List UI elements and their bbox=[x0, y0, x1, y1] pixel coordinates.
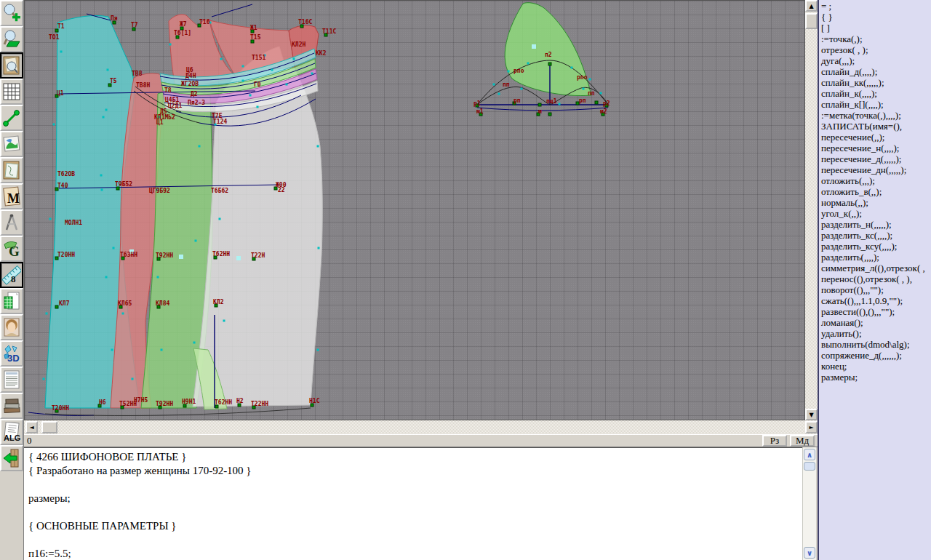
svg-text:Т22Н: Т22Н bbox=[251, 252, 265, 259]
scroll-down-button[interactable]: ▼ bbox=[805, 409, 818, 420]
grid-button[interactable] bbox=[0, 79, 23, 105]
sidebar-command[interactable]: разделить_ксу(,,,,); bbox=[821, 241, 931, 252]
editor-scroll-up-button[interactable]: ∧ bbox=[804, 449, 815, 460]
zoom-area-button[interactable] bbox=[0, 26, 23, 52]
md-mode-button[interactable]: Мд bbox=[790, 435, 815, 447]
sidebar-command[interactable]: симметрия_л((),отрезок( , bbox=[821, 263, 931, 273]
measure-segment-button[interactable] bbox=[0, 105, 23, 131]
sidebar-command[interactable]: перенос((),отрезок( , ), bbox=[821, 273, 931, 284]
sidebar-command[interactable]: пересечение_н(,,,,); bbox=[821, 143, 931, 153]
sidebar-command[interactable]: сплайн_к(,,,,); bbox=[821, 88, 931, 99]
svg-text:Т92НН: Т92НН bbox=[156, 401, 173, 407]
svg-text:м1: м1 bbox=[476, 108, 484, 115]
sidebar-command[interactable]: отложить_в(,,); bbox=[821, 186, 931, 197]
pattern-pieces[interactable] bbox=[45, 3, 591, 409]
algorithm-button[interactable]: ALG bbox=[0, 419, 23, 445]
sidebar-command[interactable]: угол_к(,,); bbox=[821, 208, 931, 219]
scroll-left-button[interactable]: ◄ bbox=[25, 421, 38, 433]
svg-text:Т11С: Т11С bbox=[322, 28, 336, 35]
sidebar-command[interactable]: нормаль(,,); bbox=[821, 197, 931, 208]
picture-icon bbox=[2, 134, 21, 154]
sidebar-command[interactable]: [ ] bbox=[821, 23, 931, 33]
pattern-canvas[interactable]: Т1ТО1ПяТ7Ж7Т6[1]Т16Ж1Т15Т16СТ11СТ151КЛ2Н… bbox=[25, 1, 804, 420]
sidebar-command[interactable]: :=точка(,); bbox=[821, 33, 931, 44]
sidebar-command[interactable]: сплайн_кк(,,,,,); bbox=[821, 77, 931, 88]
books-icon bbox=[2, 396, 21, 416]
canvas-hscrollbar[interactable]: ◄ ► bbox=[24, 420, 818, 434]
preview-button[interactable] bbox=[0, 52, 23, 79]
ruler-button[interactable]: 8 bbox=[0, 262, 23, 288]
sidebar-command[interactable]: пересечение_дн(,,,,,); bbox=[821, 164, 931, 175]
sidebar-command[interactable]: сопряжение_д(,,,,,,); bbox=[821, 350, 931, 361]
sidebar-command[interactable]: удалить(); bbox=[821, 328, 931, 339]
svg-text:Т16С: Т16С bbox=[298, 19, 312, 25]
svg-text:Ж1: Ж1 bbox=[250, 25, 257, 31]
svg-text:ТВ8Н: ТВ8Н bbox=[136, 82, 150, 89]
svg-text:Т92НН: Т92НН bbox=[156, 252, 173, 259]
editor-vscrollbar[interactable]: ∧ ∨ bbox=[802, 447, 816, 560]
sidebar-command[interactable]: поворот((),,,""); bbox=[821, 284, 931, 295]
sidebar-command[interactable]: сжать((),,,1.1,0.9,""); bbox=[821, 295, 931, 306]
sidebar-command[interactable]: сплайн_к[](,,,,); bbox=[821, 99, 931, 110]
editor-scroll-thumb[interactable] bbox=[804, 462, 815, 471]
sidebar-command[interactable]: = ; bbox=[821, 1, 931, 12]
scroll-up-button[interactable]: ▲ bbox=[805, 0, 818, 12]
canvas-vscrollbar[interactable]: ▲ ▼ bbox=[805, 0, 818, 420]
sidebar-command[interactable]: конец; bbox=[821, 361, 931, 372]
sidebar-command[interactable]: дуга(,,,); bbox=[821, 55, 931, 66]
canvas-pane: Т1ТО1ПяТ7Ж7Т6[1]Т16Ж1Т15Т16СТ11СТ151КЛ2Н… bbox=[24, 0, 805, 420]
editor-line: { ОСНОВНЫЕ ПАРАМЕТРЫ } bbox=[28, 519, 802, 533]
sidebar-command[interactable]: :=метка(точка(,),,,,); bbox=[821, 110, 931, 121]
hscroll-thumb[interactable] bbox=[41, 421, 57, 433]
size-table-button[interactable] bbox=[0, 288, 23, 314]
sidebar-command[interactable]: сплайн_д(,,,,); bbox=[821, 66, 931, 77]
editor-line: размеры; bbox=[28, 492, 802, 505]
zoom-in-button[interactable] bbox=[0, 0, 23, 26]
list-button[interactable] bbox=[0, 367, 23, 393]
sidebar-command[interactable]: отрезок( , ); bbox=[821, 44, 931, 55]
sidebar-command[interactable]: { } bbox=[821, 12, 931, 23]
svg-text:р1: р1 bbox=[474, 100, 481, 107]
sidebar-command[interactable]: ломаная(); bbox=[821, 317, 931, 328]
svg-text:Т9Б52: Т9Б52 bbox=[115, 181, 132, 188]
svg-text:КЛ65: КЛ65 bbox=[118, 300, 132, 307]
sidebar-command[interactable]: развести((),(),,,""); bbox=[821, 306, 931, 317]
scroll-right-button[interactable]: ► bbox=[805, 421, 818, 433]
threed-glyph: 3D bbox=[7, 353, 20, 364]
svg-text:КЛ7: КЛ7 bbox=[59, 300, 70, 307]
sidebar-command[interactable]: размеры; bbox=[821, 372, 931, 383]
view-3d-button[interactable]: 3D bbox=[0, 340, 23, 367]
svg-text:пщ1: пщ1 bbox=[546, 98, 557, 105]
svg-text:рп: рп bbox=[579, 97, 586, 104]
sidebar-command[interactable]: разделить(,,,,); bbox=[821, 252, 931, 263]
svg-text:Т62ОВ: Т62ОВ bbox=[57, 171, 75, 177]
algorithm-editor[interactable]: { 4266 ШИФОНОВОЕ ПЛАТЬЕ }{ Разработано н… bbox=[24, 447, 802, 560]
sidebar-command[interactable]: ЗАПИСАТЬ(имя=(), bbox=[821, 121, 931, 132]
editor-scroll-down-button[interactable]: ∨ bbox=[804, 547, 815, 559]
drafting-tools-button[interactable] bbox=[0, 209, 23, 236]
model-photo-button[interactable] bbox=[0, 314, 23, 340]
library-button[interactable] bbox=[0, 393, 23, 419]
ruler-8-icon: 8 bbox=[2, 265, 21, 285]
sidebar-command[interactable]: выполнить(dmod\alg); bbox=[821, 339, 931, 350]
sketch-button[interactable] bbox=[0, 131, 23, 157]
grazia-button[interactable]: G bbox=[0, 236, 23, 262]
svg-text:Т62НН: Т62НН bbox=[212, 251, 230, 257]
sidebar-command[interactable]: отложить(,,,); bbox=[821, 175, 931, 186]
command-sidebar: = ;{ }[ ]:=точка(,);отрезок( , );дуга(,,… bbox=[818, 0, 931, 560]
sidebar-command[interactable]: разделить_н(,,,,,); bbox=[821, 219, 931, 230]
rz-mode-button[interactable]: Рз bbox=[762, 435, 787, 447]
vscroll-thumb[interactable] bbox=[805, 13, 818, 29]
clipboard-pattern-icon bbox=[2, 160, 21, 180]
svg-text:рпо: рпо bbox=[577, 74, 588, 81]
patterns-button[interactable] bbox=[0, 157, 23, 183]
m-glyph: M bbox=[7, 191, 20, 206]
three-d-icon: 3D bbox=[2, 343, 21, 364]
sidebar-command[interactable]: пересечение_д(,,,,,); bbox=[821, 153, 931, 164]
sidebar-command[interactable]: пересечение(,,); bbox=[821, 132, 931, 143]
methods-button[interactable]: M bbox=[0, 183, 23, 209]
svg-text:Т8: Т8 bbox=[164, 87, 172, 94]
svg-text:Т6[1]: Т6[1] bbox=[174, 30, 191, 36]
sidebar-command[interactable]: разделить_кс(,,,,); bbox=[821, 230, 931, 241]
exit-button[interactable] bbox=[0, 445, 23, 471]
